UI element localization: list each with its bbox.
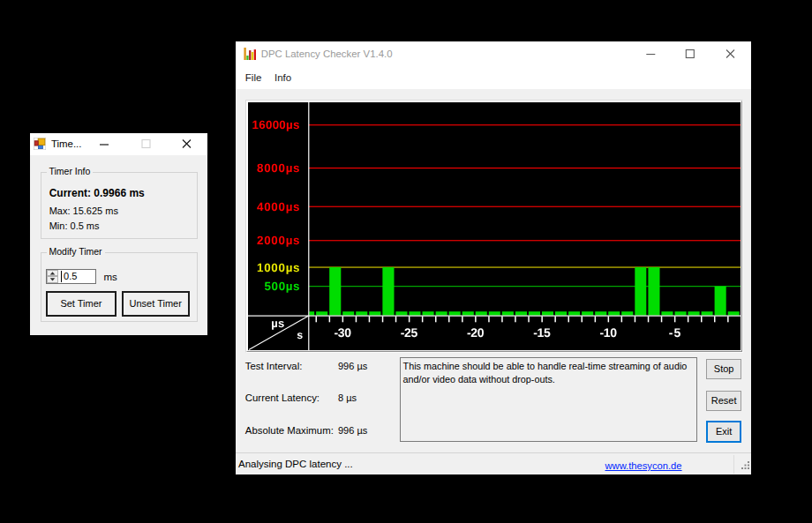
svg-text:-10: -10	[599, 325, 617, 340]
svg-text:1000µs: 1000µs	[257, 260, 300, 273]
svg-text:-25: -25	[400, 325, 417, 340]
svg-text:8000µs: 8000µs	[257, 161, 300, 175]
svg-text:16000µs: 16000µs	[252, 118, 299, 131]
svg-text:500µs: 500µs	[264, 280, 299, 293]
svg-text:2000µs: 2000µs	[257, 234, 300, 247]
svg-text:-5: -5	[668, 325, 680, 340]
svg-text:-20: -20	[466, 325, 484, 340]
svg-text:-15: -15	[533, 325, 551, 340]
svg-text:4000µs: 4000µs	[257, 199, 300, 213]
svg-text:-30: -30	[334, 325, 351, 340]
svg-text:µs: µs	[271, 317, 285, 330]
svg-text:s: s	[297, 329, 303, 341]
